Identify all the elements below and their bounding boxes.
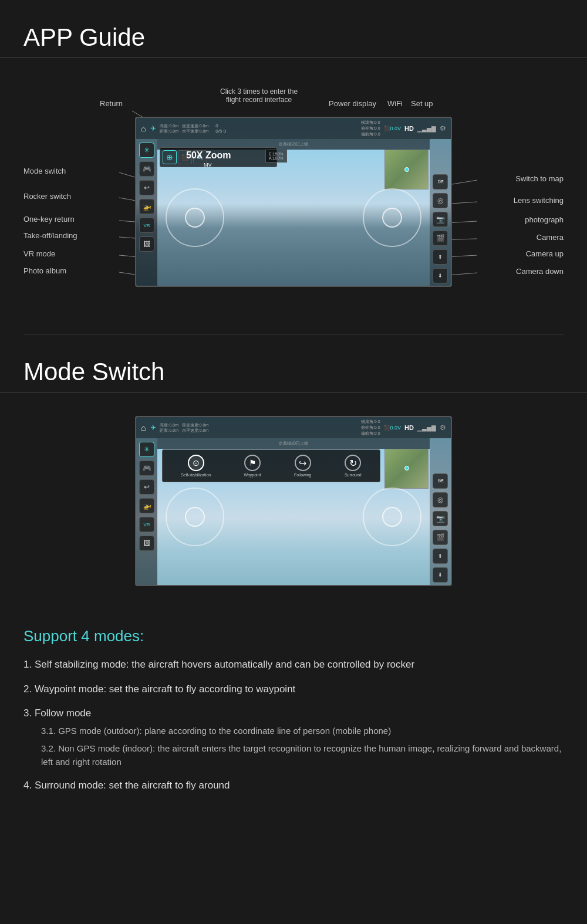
vr-icon2: VR xyxy=(139,517,154,532)
mode-waypoint: ⚑ Waypoint xyxy=(244,455,261,477)
video-icon: 🎬 xyxy=(433,231,448,246)
return-icon: ↩ xyxy=(139,180,154,195)
mode-3-2-text: 3.2. Non GPS mode (indoor): the aircraft… xyxy=(41,742,564,769)
battery-icon: ⬛0.0V xyxy=(384,126,402,131)
photo-album-label: Photo album xyxy=(23,266,66,275)
map-icon: 🗺 xyxy=(433,174,448,189)
right-joystick xyxy=(363,188,421,247)
flight-stat2: 0/5 0 xyxy=(215,128,226,134)
cam-up-icon: ⬆ xyxy=(433,249,448,265)
mode-3-sublist: 3.1. GPS mode (outdoor): plane according… xyxy=(23,725,564,769)
altitude-stat: 高度:0.0m 垂直速度:0.0m xyxy=(160,123,208,128)
support-section: Support 4 modes: 1. Self stabilizing mod… xyxy=(0,615,587,814)
mode-1-text: 1. Self stabilizing mode: the aircraft h… xyxy=(23,659,414,670)
self-stab-icon: ⊙ xyxy=(188,455,204,471)
photograph-label: photograph xyxy=(525,215,564,224)
lens-switching-label: Lens switching xyxy=(514,196,564,205)
angle-s2: 俯仰角:0.0 xyxy=(361,425,380,431)
app-guide-title: APP Guide xyxy=(0,6,587,58)
mode-selector-row: ⊙ Self-stabilization ⚑ Waypoint ↪ Follow… xyxy=(168,455,374,477)
rocker-icon2: 🎮 xyxy=(139,461,154,476)
rocker-switch-label: Rocker switch xyxy=(23,192,71,201)
mode-list-item-3: 3. Follow mode 3.1. GPS mode (outdoor): … xyxy=(23,706,564,769)
map-thumbnail xyxy=(384,150,429,189)
alb-icon2: 🖼 xyxy=(139,536,154,551)
album-icon: 🖼 xyxy=(139,236,154,252)
topbar-stats: 高度:0.0m 垂直速度:0.0m 距离:0.0m 水平速度:0.0m xyxy=(160,123,208,134)
status-text: 定高模式/已上锁 xyxy=(279,141,309,147)
vr-icon: VR xyxy=(139,218,154,233)
mode-switch-section: Mode Switch ⌂ ✈ 高度:0.0m 垂直速度:0.0m 距离:0.0… xyxy=(0,334,587,615)
screenshot2-topbar: ⌂ ✈ 高度:0.0m 垂直速度:0.0m 距离:0.0m 水平速度:0.0m … xyxy=(136,417,451,438)
return-label: Return xyxy=(100,99,123,108)
left-joystick2 xyxy=(166,488,224,546)
camera-up-label: Camera up xyxy=(526,249,564,258)
screenshot-right-sidebar: 🗺 ◎ 📷 🎬 ⬆ ⬇ xyxy=(430,139,451,286)
vr-mode-label: VR mode xyxy=(23,249,55,258)
mode-list-item-4: 4. Surround mode: set the aircraft to fl… xyxy=(23,778,564,793)
switch-to-map-label: Switch to map xyxy=(515,174,564,183)
click3times-label: Click 3 times to enter the flight record… xyxy=(220,87,298,104)
setup-label: Set up xyxy=(411,99,433,108)
lens-icon2: ◎ xyxy=(433,492,448,507)
gear-icon: ⚙ xyxy=(440,124,446,133)
app-guide-screenshot: ⌂ ✈ 高度:0.0m 垂直速度:0.0m 距离:0.0m 水平速度:0.0m … xyxy=(135,117,452,287)
following-icon: ↪ xyxy=(295,455,311,471)
screenshot-topbar: ⌂ ✈ 高度:0.0m 垂直速度:0.0m 距离:0.0m 水平速度:0.0m … xyxy=(136,118,451,139)
zoom-label: 50X Zoom xyxy=(186,150,231,161)
power-display-label: Power display xyxy=(329,99,376,108)
mode-4-text: 4. Surround mode: set the aircraft to fl… xyxy=(23,780,230,791)
support-title: Support 4 modes: xyxy=(23,627,564,645)
wifi-label: WiFi xyxy=(387,99,403,108)
angle-s3: 偏航角:0.0 xyxy=(361,431,380,436)
self-stab-label: Self-stabilization xyxy=(181,473,211,477)
map-thumb2 xyxy=(384,449,429,489)
screenshot2-left-sidebar: ✳ 🎮 ↩ 🚁 VR 🖼 xyxy=(136,438,157,585)
mode-icon2: ✳ xyxy=(139,442,154,457)
mode-switch-diagram: ⌂ ✈ 高度:0.0m 垂直速度:0.0m 距离:0.0m 水平速度:0.0m … xyxy=(23,404,564,604)
video-icon2: 🎬 xyxy=(433,530,448,545)
battery2: ⬛0.0V xyxy=(384,425,402,431)
angle-stat1: 横滚角:0.0 xyxy=(361,120,380,126)
mode-list-item-2: 2. Waypoint mode: set the aircraft to fl… xyxy=(23,682,564,697)
ret-icon2: ↩ xyxy=(139,479,154,495)
photo-icon2: 📷 xyxy=(433,511,448,526)
toff-icon2: 🚁 xyxy=(139,498,154,513)
mode-surround: ↻ Surround xyxy=(345,455,362,477)
topbar-stats2: 高度:0.0m 垂直速度:0.0m 距离:0.0m 水平速度:0.0m xyxy=(160,422,208,433)
take-off-label: Take-off/landing xyxy=(23,231,77,240)
angle-stat2: 俯仰角:0.0 xyxy=(361,126,380,131)
mode-self-stab: ⊙ Self-stabilization xyxy=(181,455,211,477)
signal2: ▁▃▅▇ xyxy=(417,425,436,431)
app-guide-section: APP Guide xyxy=(0,0,587,334)
mode-switch-icon: ✳ xyxy=(139,143,154,158)
mode-2-text: 2. Waypoint mode: set the aircraft to fl… xyxy=(23,683,295,695)
topbar-right: 横滚角:0.0 俯仰角:0.0 偏航角:0.0 ⬛0.0V HD ▁▃▅▇ ⚙ xyxy=(361,120,446,137)
screenshot2-statusbar: 定高模式/已上锁 xyxy=(157,438,430,449)
flight-stat1: 0 xyxy=(215,123,226,128)
distance-stat: 距离:0.0m 水平速度:0.0m xyxy=(160,128,208,134)
waypoint-label: Waypoint xyxy=(244,473,261,477)
one-key-return-label: One-key return xyxy=(23,215,75,224)
mode-following: ↪ Following xyxy=(294,455,312,477)
screenshot2-right-sidebar: 🗺 ◎ 📷 🎬 ⬆ ⬇ xyxy=(430,438,451,585)
nav-icon2: ✈ xyxy=(150,424,156,432)
surround-icon: ↻ xyxy=(345,455,361,471)
cam-up2: ⬆ xyxy=(433,549,448,564)
angle-s1: 横滚角:0.0 xyxy=(361,419,380,425)
mode-switch-title: Mode Switch xyxy=(0,340,587,392)
lens-icon: ◎ xyxy=(433,193,448,208)
app-guide-diagram: ⌂ ✈ 高度:0.0m 垂直速度:0.0m 距离:0.0m 水平速度:0.0m … xyxy=(23,70,564,316)
photo-icon: 📷 xyxy=(433,212,448,227)
home-icon2: ⌂ xyxy=(141,423,146,432)
mode-selector-box: ⊙ Self-stabilization ⚑ Waypoint ↪ Follow… xyxy=(162,449,380,482)
alt-stat2: 高度:0.0m 垂直速度:0.0m xyxy=(160,422,208,428)
mode-3-1-text: 3.1. GPS mode (outdoor): plane according… xyxy=(41,725,564,738)
mode-list-item-1: 1. Self stabilizing mode: the aircraft h… xyxy=(23,657,564,672)
exp1: E:150% xyxy=(269,152,284,156)
rocker-icon: 🎮 xyxy=(139,161,154,177)
camera-down-label: Camera down xyxy=(516,267,564,276)
left-joystick xyxy=(166,188,224,247)
screenshot-left-sidebar: ✳ 🎮 ↩ 🚁 VR 🖼 xyxy=(136,139,157,286)
map-icon2: 🗺 xyxy=(433,473,448,489)
